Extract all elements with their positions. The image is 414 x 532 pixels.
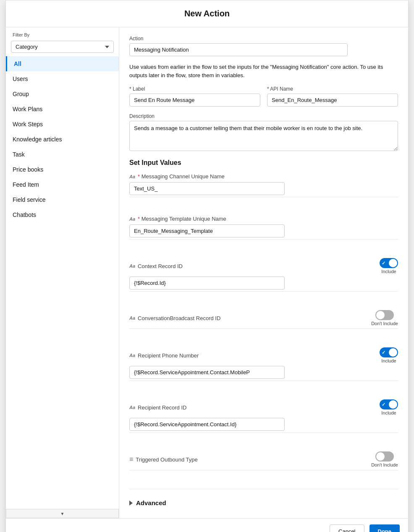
input-label-text-messaging-template: * Messaging Template Unique Name [138, 216, 226, 222]
sidebar-item-group[interactable]: Group [6, 86, 119, 102]
description-field-row: Description Sends a message to a custome… [129, 113, 398, 152]
input-field-recipient-phone[interactable] [129, 366, 285, 379]
input-label-text-recipient-record-id: Recipient Record ID [138, 404, 186, 411]
input-label-group-messaging-template: Aa* Messaging Template Unique Name [129, 216, 226, 222]
input-field-context-record-id[interactable] [129, 276, 285, 289]
toggle-group-recipient-record-id: ✓Include [380, 399, 398, 415]
input-row-header-context-record-id: AaContext Record ID✓Include [129, 258, 398, 274]
input-label-group-triggered-outbound-type: ≡Triggered Outbound Type [129, 456, 198, 463]
input-row-recipient-phone: AaRecipient Phone Number✓Include [129, 347, 398, 391]
modal-footer: Cancel Done [6, 518, 408, 532]
input-row-triggered-outbound-type: ≡Triggered Outbound TypeDon't Include [129, 451, 398, 480]
toggle-status-conversation-broadcast: Don't Include [371, 321, 398, 326]
input-row-conversation-broadcast: AaConversationBroadcast Record IDDon't I… [129, 310, 398, 339]
description-textarea[interactable]: Sends a message to a customer telling th… [129, 121, 398, 151]
advanced-label: Advanced [136, 499, 166, 506]
input-row-header-messaging-template: Aa* Messaging Template Unique Name [129, 216, 398, 222]
api-name-input[interactable] [267, 94, 398, 107]
input-label-group-messaging-channel: Aa* Messaging Channel Unique Name [129, 173, 225, 180]
label-input[interactable] [129, 94, 260, 107]
sidebar-item-field-service[interactable]: Field service [6, 192, 119, 207]
toggle-group-triggered-outbound-type: Don't Include [371, 451, 398, 467]
toggle-check-context-record-id: ✓ [382, 261, 385, 266]
chevron-right-icon [129, 501, 133, 506]
toggle-group-recipient-phone: ✓Include [380, 347, 398, 363]
required-star-messaging-template: * [138, 216, 141, 222]
input-row-header-conversation-broadcast: AaConversationBroadcast Record IDDon't I… [129, 310, 398, 326]
toggle-group-context-record-id: ✓Include [380, 258, 398, 274]
aa-icon-messaging-channel: Aa [129, 174, 135, 179]
input-row-header-recipient-phone: AaRecipient Phone Number✓Include [129, 347, 398, 363]
aa-icon-triggered-outbound-type: ≡ [129, 456, 133, 463]
toggle-triggered-outbound-type[interactable] [375, 451, 394, 462]
input-row-header-recipient-record-id: AaRecipient Record ID✓Include [129, 399, 398, 415]
done-button[interactable]: Done [369, 524, 400, 532]
aa-icon-recipient-phone: Aa [129, 353, 135, 358]
input-field-messaging-template[interactable] [129, 224, 285, 237]
toggle-conversation-broadcast[interactable] [375, 310, 394, 320]
input-row-context-record-id: AaContext Record ID✓Include [129, 258, 398, 302]
aa-icon-recipient-record-id: Aa [129, 405, 135, 410]
toggle-recipient-phone[interactable]: ✓ [380, 347, 398, 357]
chevron-down-icon [105, 46, 109, 48]
toggle-context-record-id[interactable]: ✓ [380, 258, 398, 268]
info-text: Use values from earlier in the flow to s… [129, 63, 398, 79]
api-name-field-label: * API Name [267, 86, 398, 92]
sidebar-item-work-plans[interactable]: Work Plans [6, 102, 119, 117]
sidebar-item-chatbots[interactable]: Chatbots [6, 207, 119, 222]
input-label-text-recipient-phone: Recipient Phone Number [138, 352, 199, 359]
input-label-group-context-record-id: AaContext Record ID [129, 263, 183, 269]
toggle-check-recipient-phone: ✓ [382, 350, 385, 355]
label-api-row: * Label * API Name [129, 86, 398, 107]
sidebar-item-knowledge-articles[interactable]: Knowledge articles [6, 132, 119, 147]
input-values-container: Aa* Messaging Channel Unique NameAa* Mes… [129, 173, 398, 480]
sidebar-item-price-books[interactable]: Price books [6, 162, 119, 177]
input-label-group-recipient-record-id: AaRecipient Record ID [129, 404, 186, 411]
description-field-label: Description [129, 113, 398, 119]
toggle-status-triggered-outbound-type: Don't Include [371, 462, 398, 467]
toggle-knob-triggered-outbound-type [376, 452, 385, 461]
sidebar: Filter By Category AllUsersGroupWork Pla… [6, 27, 119, 518]
toggle-status-recipient-phone: Include [381, 358, 396, 363]
action-field-label: Action [129, 36, 398, 42]
sidebar-item-feed-item[interactable]: Feed Item [6, 177, 119, 192]
sidebar-item-users[interactable]: Users [6, 71, 119, 86]
toggle-recipient-record-id[interactable]: ✓ [380, 399, 398, 409]
toggle-group-conversation-broadcast: Don't Include [371, 310, 398, 326]
modal-container: New Action Filter By Category AllUsersGr… [5, 0, 409, 532]
aa-icon-conversation-broadcast: Aa [129, 316, 135, 321]
input-row-recipient-record-id: AaRecipient Record ID✓Include [129, 399, 398, 443]
toggle-knob-recipient-record-id [389, 400, 397, 409]
input-label-group-conversation-broadcast: AaConversationBroadcast Record ID [129, 315, 220, 321]
input-label-text-triggered-outbound-type: Triggered Outbound Type [136, 456, 197, 463]
scroll-down-icon: ▼ [60, 511, 65, 516]
input-label-text-context-record-id: Context Record ID [138, 263, 183, 269]
input-field-recipient-record-id[interactable] [129, 418, 285, 431]
input-row-header-triggered-outbound-type: ≡Triggered Outbound TypeDon't Include [129, 451, 398, 467]
cancel-button[interactable]: Cancel [330, 524, 364, 532]
sidebar-list: AllUsersGroupWork PlansWork StepsKnowled… [6, 56, 119, 509]
advanced-row[interactable]: Advanced [129, 496, 398, 510]
modal-title: New Action [6, 0, 408, 27]
main-content: Action Use values from earlier in the fl… [119, 27, 408, 518]
filter-by-label: Filter By [6, 27, 119, 39]
required-star-messaging-channel: * [138, 173, 141, 180]
aa-icon-messaging-template: Aa [129, 216, 135, 222]
sidebar-scroll-down[interactable]: ▼ [6, 509, 119, 518]
toggle-check-recipient-record-id: ✓ [382, 402, 385, 407]
sidebar-item-work-steps[interactable]: Work Steps [6, 117, 119, 132]
input-label-text-messaging-channel: * Messaging Channel Unique Name [138, 173, 225, 180]
action-input[interactable] [129, 43, 348, 56]
sidebar-item-all[interactable]: All [6, 56, 119, 71]
category-dropdown[interactable]: Category [11, 41, 114, 53]
toggle-status-context-record-id: Include [381, 269, 396, 274]
input-row-messaging-template: Aa* Messaging Template Unique Name [129, 216, 398, 250]
input-row-header-messaging-channel: Aa* Messaging Channel Unique Name [129, 173, 398, 180]
input-field-messaging-channel[interactable] [129, 182, 285, 195]
sidebar-item-task[interactable]: Task [6, 147, 119, 162]
input-row-messaging-channel: Aa* Messaging Channel Unique Name [129, 173, 398, 207]
input-label-text-conversation-broadcast: ConversationBroadcast Record ID [138, 315, 220, 321]
toggle-knob-context-record-id [389, 259, 397, 267]
toggle-status-recipient-record-id: Include [381, 410, 396, 415]
action-field-row: Action [129, 36, 398, 56]
